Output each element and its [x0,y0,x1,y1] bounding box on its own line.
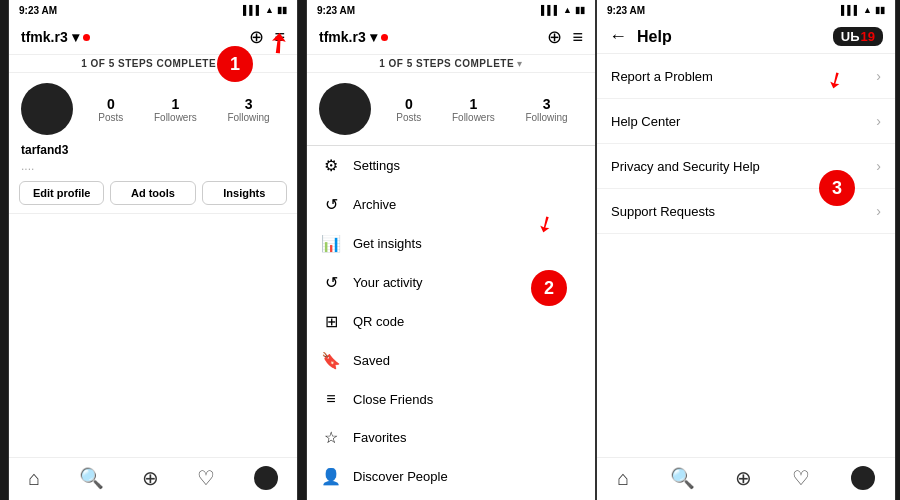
nav-icons-2: ⊕ ≡ [547,26,583,48]
top-nav-1: tfmk.r3 ▾ ⊕ ≡ [9,20,297,55]
action-buttons-1: Edit profile Ad tools Insights [9,173,297,214]
followers-label-2: Followers [452,112,495,123]
username-2: tfmk.r3 [319,29,366,45]
panel-2: 9:23 AM ▌▌▌ ▲ ▮▮ tfmk.r3 ▾ ⊕ ≡ 1 OF 5 ST… [306,0,596,500]
profile-name-1: tarfand3 [9,141,297,159]
archive-icon: ↺ [321,195,341,214]
logo-badge: UЬ19 [833,27,883,46]
avatar-1 [21,83,73,135]
signal-icon-3: ▌▌▌ [841,5,860,15]
insights-btn-1[interactable]: Insights [202,181,287,205]
menu-covid[interactable]: ℹ COVID-19 Information Center [307,496,595,500]
followers-num-2: 1 [469,96,477,112]
status-bar-1: 9:23 AM ▌▌▌ ▲ ▮▮ [9,0,297,20]
activity-icon: ↺ [321,273,341,292]
chevron-icon-center: › [876,113,881,129]
stats-row-2: 0 Posts 1 Followers 3 Following [381,96,583,123]
posts-num-2: 0 [405,96,413,112]
search-icon-3[interactable]: 🔍 [670,466,695,490]
privacy-label: Privacy and Security Help [611,159,760,174]
menu-discover-people[interactable]: 👤 Discover People [307,457,595,496]
dropdown-arrow-1: ▾ [72,29,79,45]
profile-icon-1[interactable] [254,466,278,490]
posts-stat-2: 0 Posts [396,96,421,123]
status-bar-2: 9:23 AM ▌▌▌ ▲ ▮▮ [307,0,595,20]
steps-banner-2: 1 OF 5 STEPS COMPLETE ▾ [307,55,595,73]
insights-icon: 📊 [321,234,341,253]
home-icon-1[interactable]: ⌂ [28,467,40,490]
close-friends-icon: ≡ [321,390,341,408]
stats-row-1: 0 Posts 1 Followers 3 Following [83,96,285,123]
battery-icon-2: ▮▮ [575,5,585,15]
menu-qr-code[interactable]: ⊞ QR code [307,302,595,341]
panel-1: 9:23 AM ▌▌▌ ▲ ▮▮ tfmk.r3 ▾ ⊕ ≡ 1 OF 5 ST… [8,0,298,500]
menu-close-friends[interactable]: ≡ Close Friends [307,380,595,418]
following-num-2: 3 [543,96,551,112]
posts-stat-1: 0 Posts [98,96,123,123]
insights-label: Get insights [353,236,422,251]
followers-num-1: 1 [171,96,179,112]
status-icons-2: ▌▌▌ ▲ ▮▮ [541,5,585,15]
step-badge-1: 1 [217,46,253,82]
username-row-2: tfmk.r3 ▾ [319,29,388,45]
battery-icon: ▮▮ [277,5,287,15]
menu-favorites[interactable]: ☆ Favorites [307,418,595,457]
support-label: Support Requests [611,204,715,219]
edit-profile-btn-1[interactable]: Edit profile [19,181,104,205]
archive-label: Archive [353,197,396,212]
chevron-icon-report: › [876,68,881,84]
status-time-2: 9:23 AM [317,5,355,16]
favorites-label: Favorites [353,430,406,445]
menu-icon-2[interactable]: ≡ [572,27,583,48]
report-label: Report a Problem [611,69,713,84]
step-badge-3: 3 [819,170,855,206]
signal-icon: ▌▌▌ [243,5,262,15]
status-time-3: 9:23 AM [607,5,645,16]
followers-label-1: Followers [154,112,197,123]
following-num-1: 3 [245,96,253,112]
followers-stat-1: 1 Followers [154,96,197,123]
dropdown-menu-2: ⚙ Settings ↺ Archive 📊 Get insights ↺ Yo… [307,145,595,500]
menu-settings[interactable]: ⚙ Settings [307,146,595,185]
following-stat-1: 3 Following [227,96,269,123]
add-icon-2[interactable]: ⊕ [547,26,562,48]
signal-icon-2: ▌▌▌ [541,5,560,15]
following-label-2: Following [525,112,567,123]
status-time-1: 9:23 AM [19,5,57,16]
search-icon-1[interactable]: 🔍 [79,466,104,490]
help-title: Help [637,28,823,46]
activity-label: Your activity [353,275,423,290]
add-post-icon-3[interactable]: ⊕ [735,466,752,490]
notification-dot-2 [381,34,388,41]
bottom-nav-1: ⌂ 🔍 ⊕ ♡ [9,457,297,500]
profile-section-2: 0 Posts 1 Followers 3 Following [307,73,595,141]
status-icons-3: ▌▌▌ ▲ ▮▮ [841,5,885,15]
avatar-2 [319,83,371,135]
posts-num-1: 0 [107,96,115,112]
menu-saved[interactable]: 🔖 Saved [307,341,595,380]
profile-dots-1: .... [9,159,297,173]
chevron-icon-support: › [876,203,881,219]
ad-tools-btn-1[interactable]: Ad tools [110,181,195,205]
wifi-icon-3: ▲ [863,5,872,15]
add-post-icon-1[interactable]: ⊕ [142,466,159,490]
wifi-icon: ▲ [265,5,274,15]
help-item-center[interactable]: Help Center › [597,99,895,144]
wifi-icon-2: ▲ [563,5,572,15]
notification-dot-1 [83,34,90,41]
username-row-1: tfmk.r3 ▾ [21,29,90,45]
step-badge-2: 2 [531,270,567,306]
settings-label: Settings [353,158,400,173]
qr-label: QR code [353,314,404,329]
home-icon-3[interactable]: ⌂ [617,467,629,490]
profile-icon-3[interactable] [851,466,875,490]
status-icons-1: ▌▌▌ ▲ ▮▮ [243,5,287,15]
heart-icon-3[interactable]: ♡ [792,466,810,490]
help-item-report[interactable]: Report a Problem › [597,54,895,99]
back-button[interactable]: ← [609,26,627,47]
saved-label: Saved [353,353,390,368]
battery-icon-3: ▮▮ [875,5,885,15]
status-bar-3: 9:23 AM ▌▌▌ ▲ ▮▮ [597,0,895,20]
following-label-1: Following [227,112,269,123]
heart-icon-1[interactable]: ♡ [197,466,215,490]
